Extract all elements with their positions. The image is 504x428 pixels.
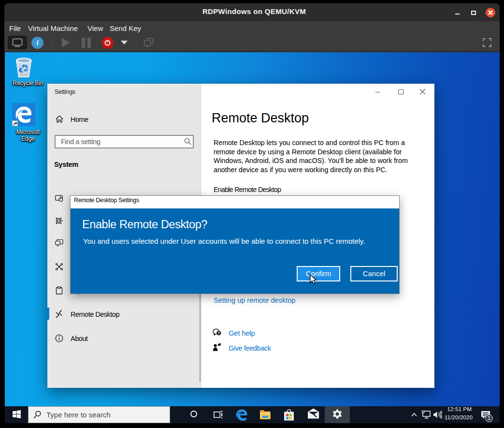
svg-text:?: ? — [217, 331, 220, 336]
